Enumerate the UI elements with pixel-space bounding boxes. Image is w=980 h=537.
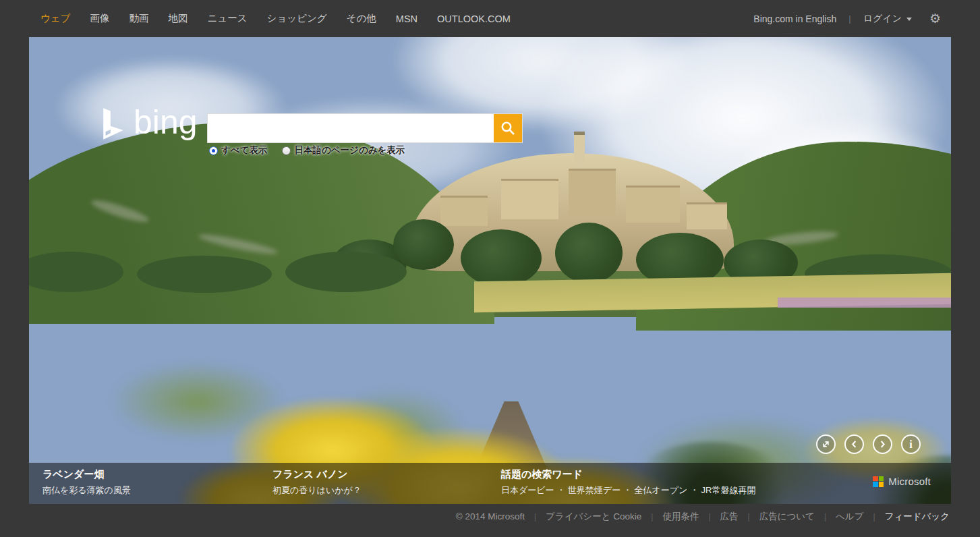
divider: | <box>848 13 851 24</box>
hero-image-controls: i <box>816 434 921 454</box>
image-info-button[interactable]: i <box>901 434 921 454</box>
login-label: ログイン <box>863 13 902 25</box>
footer-link-terms[interactable]: 使用条件 <box>662 511 699 523</box>
divider: | <box>651 512 653 521</box>
nav-tab-shopping[interactable]: ショッピング <box>267 12 327 25</box>
copyright-text: © 2014 Microsoft <box>456 511 525 521</box>
filter-japanese-label: 日本語のページのみを表示 <box>294 144 405 157</box>
magnifier-icon <box>500 120 516 136</box>
search-box <box>207 113 523 143</box>
nav-tab-videos[interactable]: 動画 <box>129 12 149 25</box>
location-subtitle: 初夏の香りはいかが？ <box>272 484 362 497</box>
top-navigation-bar: ウェブ 画像 動画 地図 ニュース ショッピング その他 MSN OUTLOOK… <box>0 0 980 37</box>
filter-all-results[interactable]: すべて表示 <box>209 144 267 157</box>
caption-panel-image-title: ラベンダー畑 南仏を彩る薄紫の風景 <box>42 468 131 497</box>
primary-nav: ウェブ 画像 動画 地図 ニュース ショッピング その他 MSN OUTLOOK… <box>40 12 511 25</box>
radio-unselected-icon[interactable] <box>282 146 291 155</box>
nav-tab-msn[interactable]: MSN <box>396 13 417 24</box>
nav-tab-web[interactable]: ウェブ <box>40 12 71 25</box>
gear-icon[interactable]: ⚙ <box>929 12 941 25</box>
caption-subtitle: 南仏を彩る薄紫の風景 <box>42 484 131 497</box>
filter-all-label: すべて表示 <box>221 144 267 157</box>
bing-wordmark: bing <box>134 107 198 138</box>
filter-japanese-only[interactable]: 日本語のページのみを表示 <box>282 144 405 157</box>
diagonal-expand-icon <box>819 437 833 451</box>
fullscreen-button[interactable] <box>816 434 836 454</box>
chevron-down-icon <box>906 18 912 21</box>
divider: | <box>873 512 875 521</box>
footer: © 2014 Microsoft | プライバシーと Cookie | 使用条件… <box>29 504 951 537</box>
nav-tab-maps[interactable]: 地図 <box>169 12 188 25</box>
footer-link-ads[interactable]: 広告 <box>720 511 739 523</box>
nav-tab-news[interactable]: ニュース <box>208 12 248 25</box>
hero-image-container: bing すべて表示 日本語のページのみを表示 <box>29 37 951 504</box>
radio-selected-icon[interactable] <box>209 146 218 155</box>
footer-link-privacy[interactable]: プライバシーと Cookie <box>546 511 641 523</box>
login-menu[interactable]: ログイン <box>863 13 912 25</box>
english-version-link[interactable]: Bing.com in English <box>753 13 836 24</box>
bing-logo[interactable]: bing <box>100 107 198 140</box>
church-tower <box>574 132 585 167</box>
hero-caption-bar: ラベンダー畑 南仏を彩る薄紫の風景 フランス バノン 初夏の香りはいかが？ 話題… <box>29 463 951 504</box>
microsoft-logo-icon <box>873 476 884 487</box>
chevron-right-icon <box>875 437 890 451</box>
divider: | <box>824 512 826 521</box>
pink-lavender-strip <box>778 298 951 308</box>
trending-keywords[interactable]: 日本ダービー ・ 世界禁煙デー ・ 全仏オープン ・ JR常磐線再開 <box>501 484 755 497</box>
footer-link-feedback[interactable]: フィードバック <box>885 511 950 523</box>
microsoft-wordmark: Microsoft <box>888 476 931 487</box>
nav-tab-outlook[interactable]: OUTLOOK.COM <box>437 13 511 24</box>
bing-flag-icon <box>100 108 125 140</box>
nav-tab-images[interactable]: 画像 <box>90 12 110 25</box>
microsoft-logo[interactable]: Microsoft <box>873 476 931 487</box>
divider: | <box>534 512 536 521</box>
search-scope-filters: すべて表示 日本語のページのみを表示 <box>209 144 405 157</box>
next-image-button[interactable] <box>873 434 892 454</box>
nav-tab-more[interactable]: その他 <box>347 12 376 25</box>
footer-link-about-ads[interactable]: 広告について <box>759 511 815 523</box>
chevron-left-icon <box>847 437 861 451</box>
caption-title[interactable]: ラベンダー畑 <box>42 468 131 481</box>
trending-title: 話題の検索ワード <box>501 468 755 481</box>
divider: | <box>748 512 750 521</box>
topbar-right-group: Bing.com in English | ログイン ⚙ <box>753 12 941 25</box>
caption-panel-location: フランス バノン 初夏の香りはいかが？ <box>272 468 362 497</box>
search-input[interactable] <box>208 114 494 142</box>
divider: | <box>708 512 710 521</box>
search-button[interactable] <box>494 114 522 142</box>
trending-searches-panel: 話題の検索ワード 日本ダービー ・ 世界禁煙デー ・ 全仏オープン ・ JR常磐… <box>501 468 755 497</box>
footer-link-help[interactable]: ヘルプ <box>836 511 863 523</box>
info-icon: i <box>909 439 912 450</box>
previous-image-button[interactable] <box>844 434 864 454</box>
location-title[interactable]: フランス バノン <box>272 468 362 481</box>
